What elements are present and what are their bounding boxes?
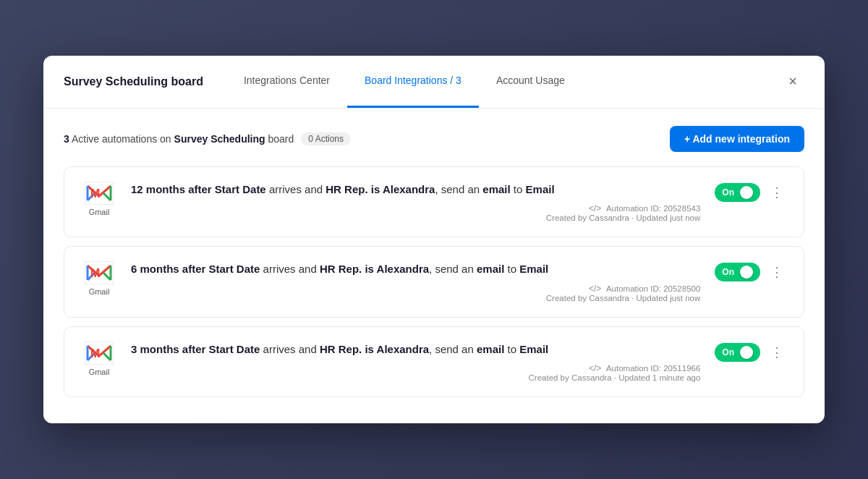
modal-header: Survey Scheduling board Integrations Cen… [43, 56, 825, 109]
toggle-label: On [722, 267, 734, 277]
more-options-button[interactable]: ⋮ [767, 261, 786, 283]
automation-text: 12 months after Start Date arrives and H… [131, 182, 700, 198]
toggle-switch[interactable]: On [715, 343, 760, 362]
toggle-label: On [722, 347, 734, 357]
automation-card: M Gmail 3 months after Start Date arrive… [64, 326, 804, 398]
svg-text:M: M [90, 187, 100, 200]
toggle-knob [740, 186, 753, 199]
modal-title-board: Survey Scheduling [64, 75, 168, 88]
more-options-button[interactable]: ⋮ [767, 342, 786, 363]
automation-card: M Gmail 6 months after Start Date arrive… [64, 246, 804, 318]
gmail-icon-container: M Gmail [82, 261, 116, 296]
automation-controls: On ⋮ [715, 261, 786, 283]
gmail-label: Gmail [89, 368, 110, 376]
automation-meta: </> Automation ID: 20528543Created by Ca… [131, 203, 700, 222]
automation-text: 6 months after Start Date arrives and HR… [131, 261, 700, 278]
toggle-label: On [722, 187, 734, 198]
toggle-switch[interactable]: On [715, 263, 760, 281]
more-options-button[interactable]: ⋮ [767, 182, 786, 203]
board-name: Survey Scheduling [174, 133, 265, 145]
gmail-icon-container: M Gmail [82, 342, 116, 376]
modal-title-suffix: board [168, 75, 203, 88]
svg-text:M: M [90, 347, 100, 360]
tab-board-integrations[interactable]: Board Integrations / 3 [347, 56, 479, 108]
automation-meta: </> Automation ID: 20528500Created by Ca… [131, 284, 700, 302]
svg-text:M: M [90, 267, 100, 279]
tab-integrations-center[interactable]: Integrations Center [226, 56, 347, 108]
modal-title: Survey Scheduling board [64, 75, 203, 88]
toggle-switch[interactable]: On [715, 183, 760, 202]
automation-content: 6 months after Start Date arrives and HR… [131, 261, 700, 302]
close-button[interactable]: × [781, 70, 804, 93]
automation-count: 3 [64, 133, 69, 145]
automation-controls: On ⋮ [715, 342, 786, 363]
tabs-container: Integrations Center Board Integrations /… [226, 56, 781, 108]
automation-text: 3 months after Start Date arrives and HR… [131, 342, 700, 358]
gmail-label: Gmail [89, 287, 110, 296]
summary-text: 3 Active automations on Survey Schedulin… [64, 133, 294, 145]
gmail-icon-container: M Gmail [82, 182, 116, 216]
summary-bar: 3 Active automations on Survey Schedulin… [64, 126, 804, 152]
gmail-svg-icon: M [85, 182, 114, 205]
automation-content: 12 months after Start Date arrives and H… [131, 182, 700, 223]
modal: Survey Scheduling board Integrations Cen… [43, 56, 825, 424]
tab-account-usage[interactable]: Account Usage [479, 56, 582, 108]
automation-meta: </> Automation ID: 20511966Created by Ca… [131, 363, 700, 382]
gmail-label: Gmail [89, 208, 110, 216]
add-integration-button[interactable]: + Add new integration [670, 126, 804, 152]
actions-badge: 0 Actions [301, 132, 351, 145]
toggle-knob [740, 346, 753, 359]
toggle-knob [740, 266, 753, 279]
automation-content: 3 months after Start Date arrives and HR… [131, 342, 700, 383]
automation-card: M Gmail 12 months after Start Date arriv… [64, 166, 804, 238]
gmail-svg-icon: M [85, 261, 114, 284]
code-icon: </> [589, 203, 601, 213]
gmail-svg-icon: M [85, 342, 114, 365]
automation-controls: On ⋮ [715, 182, 786, 203]
code-icon: </> [589, 363, 601, 373]
automations-list: M Gmail 12 months after Start Date arriv… [64, 166, 804, 398]
modal-body: 3 Active automations on Survey Schedulin… [43, 109, 825, 424]
code-icon: </> [589, 284, 601, 294]
